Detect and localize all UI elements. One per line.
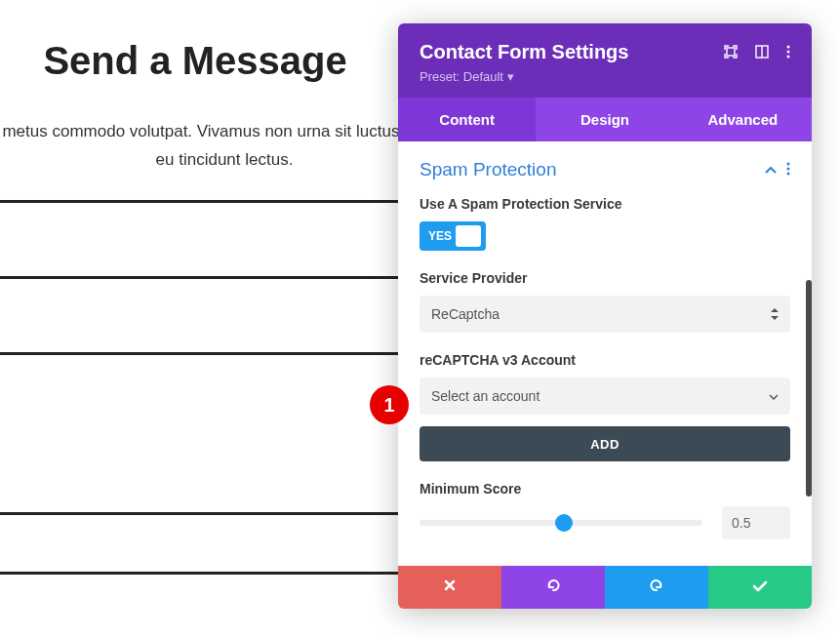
select-value: ReCaptcha [431,306,500,322]
spam-protection-toggle[interactable]: YES [420,221,486,251]
scrollbar[interactable] [806,280,812,497]
section-title-spam-protection[interactable]: Spam Protection [420,159,556,180]
close-icon [443,578,457,596]
svg-point-5 [787,56,790,59]
vertical-dots-icon[interactable] [786,45,790,61]
cancel-button[interactable] [398,566,501,609]
tab-design[interactable]: Design [536,98,673,141]
vertical-dots-icon[interactable] [786,162,790,179]
recaptcha-account-select[interactable]: Select an account [420,378,790,415]
chevron-up-icon[interactable] [765,162,777,178]
service-provider-label: Service Provider [420,270,790,286]
minimum-score-value[interactable]: 0.5 [722,506,790,539]
updown-arrows-icon [771,308,779,320]
redo-button[interactable] [605,566,708,609]
service-provider-select[interactable]: ReCaptcha [420,296,790,333]
tabs: Content Design Advanced [398,98,812,141]
slider-thumb[interactable] [555,514,573,532]
recaptcha-account-label: reCAPTCHA v3 Account [420,352,790,368]
chevron-down-icon [769,389,779,403]
expand-icon[interactable] [724,45,738,61]
check-icon [752,578,768,596]
use-spam-protection-label: Use A Spam Protection Service [420,196,790,212]
svg-point-7 [787,167,790,170]
form-field-line[interactable] [0,200,410,262]
svg-point-3 [787,46,790,49]
annotation-badge-1: 1 [370,385,409,424]
undo-icon [545,577,561,597]
form-field-line[interactable] [0,512,410,575]
form-field-line[interactable] [0,276,410,338]
minimum-score-label: Minimum Score [420,481,790,497]
select-value: Select an account [431,388,540,404]
confirm-button[interactable] [708,566,812,609]
form-field-line[interactable] [0,352,410,415]
svg-point-4 [787,51,790,54]
redo-icon [649,577,664,597]
svg-point-6 [787,162,790,165]
toggle-knob [456,225,481,247]
settings-panel: Contact Form Settings Preset: Default ▾ … [398,23,812,609]
tab-advanced[interactable]: Advanced [674,98,812,141]
page-body-text: metus commodo volutpat. Vivamus non urna… [0,118,449,175]
panel-footer [398,566,812,609]
snap-icon[interactable] [755,45,769,61]
add-button[interactable]: ADD [420,426,790,461]
toggle-yes-label: YES [424,229,452,243]
svg-rect-0 [727,48,735,56]
svg-point-8 [787,172,790,175]
undo-button[interactable] [501,566,605,609]
page-title: Send a Message [0,39,390,83]
panel-title: Contact Form Settings [420,41,628,63]
minimum-score-slider[interactable] [420,520,702,526]
preset-dropdown[interactable]: Preset: Default ▾ [420,69,628,84]
panel-body: Spam Protection Use A Spam Protection Se… [398,141,812,566]
tab-content[interactable]: Content [398,98,536,141]
panel-header: Contact Form Settings Preset: Default ▾ [398,23,812,98]
